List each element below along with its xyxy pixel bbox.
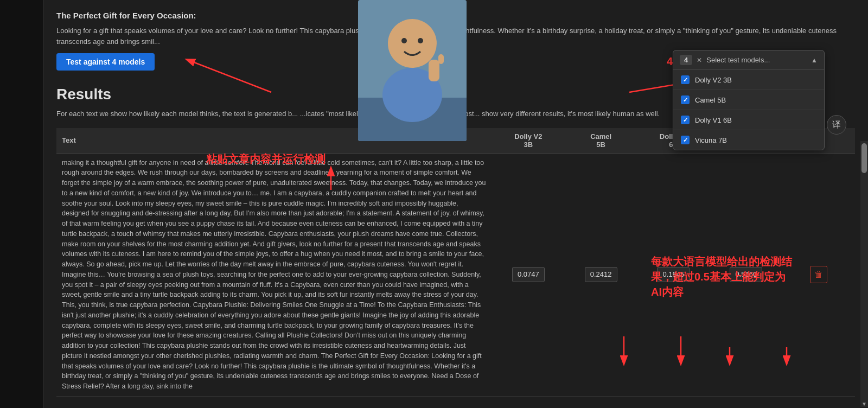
score-camel-5b: 0.2412 — [565, 153, 637, 396]
table-row: making it a thoughtful gift for anyone i… — [56, 153, 855, 396]
main-container: The Perfect Gift for Every Occasion: Loo… — [0, 0, 868, 408]
translate-symbol: 译 — [832, 119, 841, 131]
score-box-vicuna-7b: 0.5160 — [730, 267, 762, 282]
score-box-dolly-v1-6b: 0.1945 — [657, 267, 690, 282]
model-option-camel-5b[interactable]: ✓ Camel 5B — [673, 90, 824, 110]
checkbox-vicuna-7b[interactable]: ✓ — [681, 136, 690, 144]
content-area: The Perfect Gift for Every Occasion: Loo… — [43, 0, 868, 408]
model-name-camel-5b: Camel 5B — [695, 96, 726, 104]
select-label: Select test models... — [706, 56, 807, 64]
model-name-dolly-v1-6b: Dolly V1 6B — [695, 116, 732, 124]
delete-cell: 🗑 — [782, 153, 855, 396]
svg-rect-15 — [438, 54, 444, 64]
table-container[interactable]: Text Dolly V23B Camel5B Dolly V16B Vicun… — [56, 128, 868, 409]
score-box-camel-5b: 0.2412 — [585, 267, 617, 282]
model-selector-dropdown[interactable]: 4 ✕ Select test models... ▲ ✓ Dolly V2 3… — [673, 50, 825, 150]
score-box-dolly-v2-3b: 0.0747 — [512, 267, 545, 282]
model-name-dolly-v2-3b: Dolly V2 3B — [695, 76, 732, 84]
model-count-badge: 4 — [680, 55, 692, 65]
chevron-up-icon[interactable]: ▲ — [811, 56, 818, 64]
svg-point-13 — [418, 38, 423, 43]
score-dolly-v2-3b: 0.0747 — [492, 153, 565, 396]
score-vicuna-7b: 0.5160 — [710, 153, 782, 396]
text-content: making it a thoughtful gift for anyone i… — [62, 159, 486, 391]
model-selector-header: 4 ✕ Select test models... ▲ — [673, 50, 824, 70]
text-cell: making it a thoughtful gift for anyone i… — [56, 153, 492, 396]
badge-close-icon[interactable]: ✕ — [697, 56, 702, 64]
svg-point-10 — [388, 19, 437, 68]
sidebar — [0, 0, 43, 408]
score-dolly-v1-6b: 0.1945 — [637, 153, 710, 396]
model-name-vicuna-7b: Vicuna 7B — [695, 136, 727, 144]
svg-point-12 — [401, 38, 407, 43]
model-option-dolly-v2-3b[interactable]: ✓ Dolly V2 3B — [673, 70, 824, 90]
checkbox-dolly-v2-3b[interactable]: ✓ — [681, 75, 690, 84]
col-camel-5b: Camel5B — [565, 128, 637, 154]
scrollbar-track[interactable]: ▼ — [860, 141, 868, 407]
person-photo — [358, 0, 467, 141]
checkbox-camel-5b[interactable]: ✓ — [681, 95, 690, 104]
results-table: Text Dolly V23B Camel5B Dolly V16B Vicun… — [56, 128, 855, 397]
test-button[interactable]: Test against 4 models — [56, 53, 155, 71]
col-dolly-v2-3b: Dolly V23B — [492, 128, 565, 154]
translate-icon[interactable]: 译 — [827, 115, 846, 135]
scrollbar-thumb[interactable] — [861, 143, 867, 173]
model-option-vicuna-7b[interactable]: ✓ Vicuna 7B — [673, 130, 824, 150]
svg-rect-14 — [429, 60, 439, 81]
model-option-dolly-v1-6b[interactable]: ✓ Dolly V1 6B — [673, 110, 824, 130]
scrollbar-down-arrow[interactable]: ▼ — [860, 401, 868, 407]
checkbox-dolly-v1-6b[interactable]: ✓ — [681, 116, 690, 124]
delete-button[interactable]: 🗑 — [810, 266, 827, 283]
